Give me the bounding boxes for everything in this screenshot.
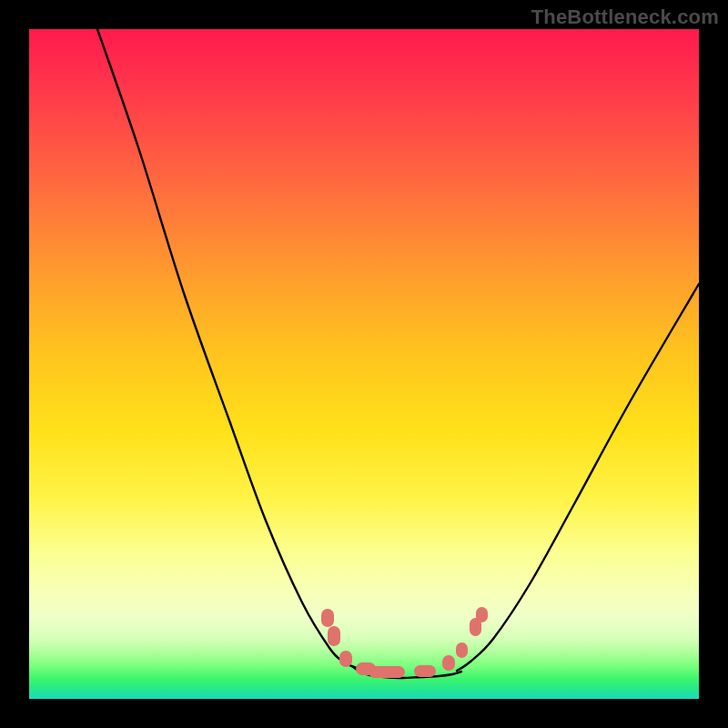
curve-layer (29, 29, 699, 699)
left-curve (97, 29, 370, 671)
data-marker (442, 655, 455, 671)
watermark-text: TheBottleneck.com (531, 5, 719, 29)
data-marker (339, 651, 352, 667)
data-marker (321, 609, 334, 627)
data-marker (414, 665, 436, 677)
data-marker (476, 607, 488, 622)
right-curve (457, 284, 699, 671)
data-marker (456, 642, 468, 658)
data-marker (369, 666, 405, 678)
data-marker (328, 626, 340, 646)
outer-frame: TheBottleneck.com (0, 0, 728, 728)
plot-area (29, 29, 699, 699)
